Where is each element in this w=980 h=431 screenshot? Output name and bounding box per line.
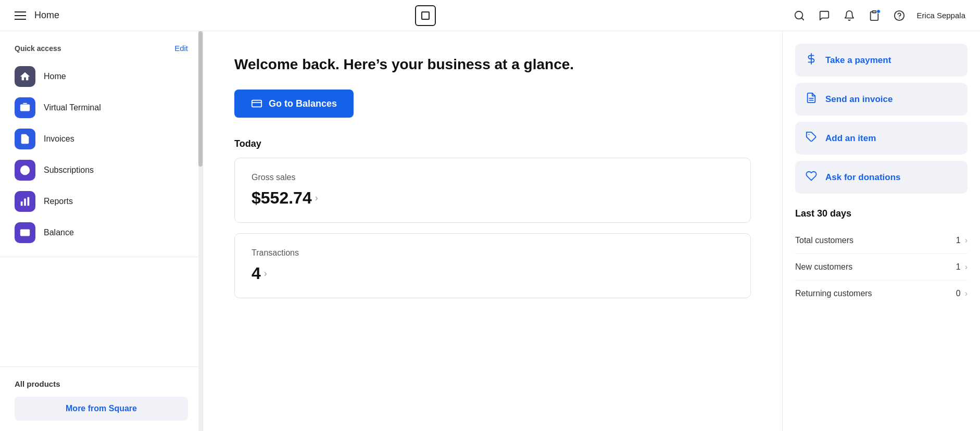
square-logo-inner: [421, 11, 430, 20]
svg-rect-9: [21, 201, 23, 206]
user-name[interactable]: Erica Seppala: [917, 11, 965, 20]
transactions-card[interactable]: Transactions 4 ›: [234, 233, 751, 298]
sidebar-item-balance[interactable]: Balance: [15, 217, 188, 248]
go-to-balances-button[interactable]: Go to Balances: [234, 90, 354, 118]
quick-access-title: Quick access: [15, 44, 61, 53]
welcome-heading: Welcome back. Here’s your business at a …: [234, 56, 751, 73]
main-content: Welcome back. Here’s your business at a …: [203, 31, 782, 431]
reports-icon-box: [15, 191, 35, 212]
svg-rect-13: [252, 100, 261, 107]
action-ask-donations[interactable]: Ask for donations: [795, 161, 968, 194]
sidebar-item-label-subscriptions: Subscriptions: [44, 166, 94, 175]
new-customers-right: 1 ›: [956, 262, 968, 272]
total-customers-right: 1 ›: [956, 236, 968, 245]
home-icon-box: [15, 66, 35, 87]
search-icon[interactable]: [792, 8, 807, 23]
topnav-right: Erica Seppala: [792, 8, 965, 23]
action-add-item[interactable]: Add an item: [795, 122, 968, 155]
balance-icon-box: [15, 222, 35, 243]
sidebar: Quick access Edit Home Vir: [0, 31, 203, 431]
topnav-center: [415, 5, 436, 26]
all-products-label: All products: [15, 375, 188, 397]
sidebar-item-subscriptions[interactable]: Subscriptions: [15, 155, 188, 186]
subscriptions-icon: [19, 164, 31, 176]
returning-customers-label: Returning customers: [795, 289, 872, 298]
transactions-label: Transactions: [252, 248, 734, 258]
take-payment-icon: [806, 53, 817, 67]
stat-returning-customers[interactable]: Returning customers 0 ›: [795, 281, 968, 307]
sidebar-item-label-virtual-terminal: Virtual Terminal: [44, 103, 101, 112]
virtual-terminal-icon-box: [15, 97, 35, 118]
square-logo: [415, 5, 436, 26]
transactions-chevron: ›: [264, 268, 267, 279]
virtual-terminal-icon: [19, 102, 31, 113]
gross-sales-label: Gross sales: [252, 173, 734, 182]
action-add-item-label: Add an item: [825, 133, 876, 144]
quick-access-section: Quick access Edit Home Vir: [0, 31, 203, 252]
svg-rect-10: [24, 199, 26, 206]
sidebar-divider: [0, 257, 203, 257]
sidebar-item-label-home: Home: [44, 72, 66, 81]
clipboard-icon[interactable]: [867, 8, 882, 23]
sidebar-scrollbar-track: [198, 31, 203, 431]
last30-title: Last 30 days: [795, 208, 968, 219]
action-send-invoice-label: Send an invoice: [825, 94, 893, 105]
hamburger-icon[interactable]: [15, 11, 26, 20]
home-icon: [19, 71, 31, 82]
sidebar-item-label-invoices: Invoices: [44, 134, 74, 144]
quick-access-header: Quick access Edit: [15, 44, 188, 53]
reports-icon: [19, 196, 31, 207]
sidebar-item-label-reports: Reports: [44, 197, 73, 206]
total-customers-value: 1: [956, 236, 961, 245]
go-to-balances-label: Go to Balances: [269, 98, 337, 109]
edit-link[interactable]: Edit: [174, 44, 188, 53]
add-item-icon: [806, 131, 817, 145]
topnav-left: Home: [15, 10, 59, 21]
svg-rect-5: [20, 105, 30, 111]
send-invoice-icon: [806, 92, 817, 106]
ask-donations-icon: [806, 170, 817, 184]
sidebar-item-virtual-terminal[interactable]: Virtual Terminal: [15, 92, 188, 123]
returning-customers-chevron: ›: [965, 289, 968, 298]
action-send-invoice[interactable]: Send an invoice: [795, 83, 968, 116]
stat-total-customers[interactable]: Total customers 1 ›: [795, 227, 968, 254]
gross-sales-chevron: ›: [315, 193, 318, 204]
balance-icon: [19, 227, 31, 238]
svg-rect-11: [28, 197, 30, 206]
total-customers-chevron: ›: [965, 236, 968, 245]
transactions-value: 4 ›: [252, 264, 734, 283]
svg-line-1: [801, 18, 803, 20]
invoices-icon: [19, 133, 31, 145]
notification-dot: [876, 9, 881, 14]
sidebar-item-home[interactable]: Home: [15, 61, 188, 92]
sidebar-item-invoices[interactable]: Invoices: [15, 123, 188, 155]
total-customers-label: Total customers: [795, 236, 853, 245]
action-take-payment[interactable]: Take a payment: [795, 44, 968, 77]
right-panel: Take a payment Send an invoice Add an it…: [782, 31, 980, 431]
help-icon[interactable]: [892, 8, 907, 23]
notification-icon[interactable]: [842, 8, 857, 23]
invoices-icon-box: [15, 129, 35, 149]
returning-customers-right: 0 ›: [956, 289, 968, 298]
topnav-title: Home: [34, 10, 59, 21]
subscriptions-icon-box: [15, 160, 35, 181]
svg-rect-2: [872, 10, 876, 12]
topnav: Home: [0, 0, 980, 31]
main-layout: Quick access Edit Home Vir: [0, 31, 980, 431]
new-customers-value: 1: [956, 262, 961, 272]
gross-sales-value: $552.74 ›: [252, 188, 734, 208]
returning-customers-value: 0: [956, 289, 961, 298]
more-from-square-button[interactable]: More from Square: [15, 397, 188, 421]
today-label: Today: [234, 138, 751, 149]
stat-new-customers[interactable]: New customers 1 ›: [795, 254, 968, 281]
action-take-payment-label: Take a payment: [825, 55, 891, 66]
sidebar-scrollbar-thumb[interactable]: [198, 31, 203, 167]
balances-btn-icon: [251, 98, 262, 109]
action-ask-donations-label: Ask for donations: [825, 172, 901, 183]
sidebar-item-reports[interactable]: Reports: [15, 186, 188, 217]
gross-sales-card[interactable]: Gross sales $552.74 ›: [234, 158, 751, 223]
new-customers-label: New customers: [795, 262, 852, 272]
chat-icon[interactable]: [817, 8, 832, 23]
new-customers-chevron: ›: [965, 262, 968, 272]
svg-rect-12: [20, 230, 30, 236]
